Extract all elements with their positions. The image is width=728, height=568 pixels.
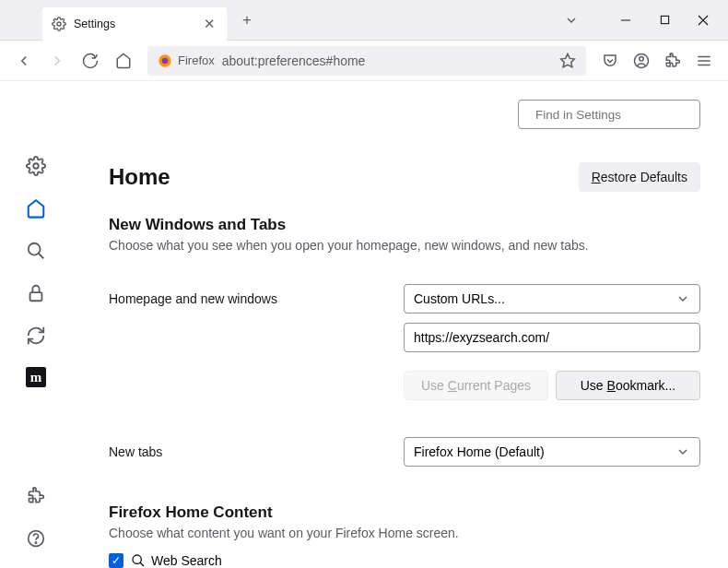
tabs-dropdown-icon[interactable] [555, 4, 588, 37]
sidebar-item-help[interactable] [25, 527, 47, 550]
homepage-url-input[interactable] [404, 323, 700, 352]
svg-rect-16 [30, 292, 42, 301]
newtabs-label: New tabs [109, 444, 404, 459]
sidebar-item-extensions[interactable] [25, 485, 47, 507]
identity-label: Firefox [178, 53, 215, 67]
extensions-icon[interactable] [658, 46, 687, 76]
svg-point-14 [29, 243, 41, 255]
sidebar-item-general[interactable] [25, 155, 47, 177]
firefox-logo-icon [158, 53, 172, 68]
tab-title: Settings [74, 18, 194, 30]
address-bar: Firefox about:preferences#home [0, 41, 728, 81]
homepage-label: Homepage and new windows [109, 291, 404, 306]
newtabs-select[interactable]: Firefox Home (Default) [404, 437, 700, 467]
sidebar-item-search[interactable] [25, 240, 47, 262]
svg-line-15 [39, 254, 44, 259]
websearch-label: Web Search [131, 553, 222, 568]
use-bookmark-button[interactable]: Use Bookmark... [556, 371, 700, 400]
content: m Home Restore Defaults New Windows and … [0, 81, 728, 568]
back-button[interactable] [9, 46, 39, 76]
search-icon [131, 553, 146, 568]
svg-marker-7 [561, 53, 575, 66]
use-current-pages-button: Use Current Pages [404, 371, 548, 400]
newtabs-select-value: Firefox Home (Default) [414, 444, 545, 459]
sidebar-item-home[interactable] [25, 197, 47, 219]
url-box[interactable]: Firefox about:preferences#home [147, 46, 586, 76]
homepage-select[interactable]: Custom URLs... [404, 284, 700, 314]
sidebar: m [0, 81, 72, 568]
section-title-windows-tabs: New Windows and Tabs [109, 216, 700, 234]
close-icon[interactable]: ✕ [201, 16, 217, 32]
search-settings-box[interactable] [518, 100, 700, 129]
svg-point-0 [57, 22, 61, 26]
sidebar-item-sync[interactable] [25, 325, 47, 347]
section-subtitle: Choose what you see when you open your h… [109, 238, 700, 253]
minimize-button[interactable] [606, 4, 645, 37]
websearch-checkbox[interactable]: ✓ [109, 553, 123, 568]
titlebar: Settings ✕ + [0, 0, 728, 41]
section2-subtitle: Choose what content you want on your Fir… [109, 526, 700, 540]
new-tab-button[interactable]: + [234, 7, 260, 33]
restore-defaults-button[interactable]: Restore Defaults [579, 162, 700, 192]
account-icon[interactable] [627, 46, 656, 76]
svg-line-22 [140, 562, 144, 566]
svg-point-6 [162, 57, 169, 64]
tab-settings[interactable]: Settings ✕ [42, 7, 227, 41]
page-title: Home [109, 164, 170, 190]
svg-point-9 [640, 56, 644, 61]
sidebar-item-mozilla[interactable]: m [26, 367, 46, 387]
bookmark-star-icon[interactable] [559, 53, 576, 69]
homepage-select-value: Custom URLs... [414, 291, 505, 306]
chevron-down-icon [675, 291, 690, 306]
pocket-icon[interactable] [595, 46, 625, 76]
identity-box[interactable]: Firefox [158, 53, 215, 68]
svg-point-21 [133, 555, 141, 563]
url-text: about:preferences#home [222, 53, 552, 68]
svg-rect-2 [661, 16, 668, 23]
reload-button[interactable] [76, 46, 105, 76]
gear-icon [52, 17, 66, 31]
svg-point-18 [35, 542, 36, 543]
search-input[interactable] [535, 108, 691, 122]
sidebar-item-privacy[interactable] [25, 282, 47, 304]
close-button[interactable] [684, 4, 722, 37]
maximize-button[interactable] [645, 4, 684, 37]
menu-icon[interactable] [689, 46, 719, 76]
home-button[interactable] [109, 46, 138, 76]
forward-button[interactable] [42, 46, 72, 76]
chevron-down-icon [675, 444, 690, 459]
svg-point-13 [33, 163, 39, 169]
main: Home Restore Defaults New Windows and Ta… [72, 81, 728, 568]
section-title-home-content: Firefox Home Content [109, 503, 700, 522]
